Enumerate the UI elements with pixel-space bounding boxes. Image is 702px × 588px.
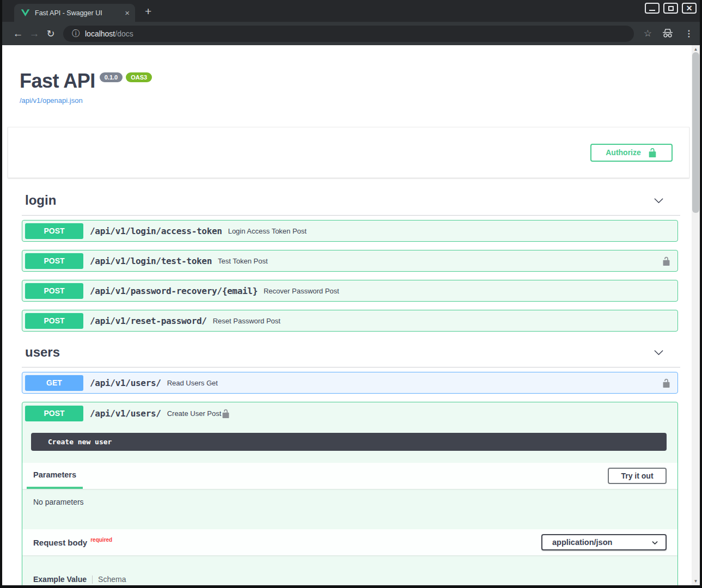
favicon-v-icon xyxy=(21,9,30,17)
method-badge: POST xyxy=(25,313,83,329)
browser-tab[interactable]: Fast API - Swagger UI × xyxy=(14,4,135,22)
operation-summary: Login Access Token Post xyxy=(228,227,307,235)
example-schema-tabs: Example Value Schema xyxy=(33,575,677,584)
chevron-down-icon xyxy=(651,539,658,546)
page-scrollbar[interactable]: ▲ ▼ xyxy=(692,45,700,585)
minimize-button[interactable] xyxy=(645,3,660,14)
browser-window: Fast API - Swagger UI × + ✕ ← → ↻ ⓘ loca… xyxy=(0,0,702,588)
try-it-out-button[interactable]: Try it out xyxy=(608,468,667,484)
forward-button[interactable]: → xyxy=(26,28,42,40)
operation-row[interactable]: POST /api/v1/login/access-token Login Ac… xyxy=(22,220,678,242)
operation-summary: Create User Post xyxy=(167,409,222,418)
section-title: users xyxy=(25,345,60,360)
authorize-label: Authorize xyxy=(606,148,641,157)
scrollbar-down-arrow[interactable]: ▼ xyxy=(692,579,700,584)
chevron-down-icon[interactable] xyxy=(654,195,664,206)
operation-path: /api/v1/users/ xyxy=(90,378,161,388)
operation-path: /api/v1/reset-password/ xyxy=(90,316,207,326)
media-type-select[interactable]: application/json xyxy=(541,534,667,550)
method-badge: POST xyxy=(25,253,83,269)
auth-lock-icon[interactable] xyxy=(662,256,671,266)
unlock-icon xyxy=(648,148,657,157)
auth-lock-icon[interactable] xyxy=(662,378,671,388)
section-header-users[interactable]: users xyxy=(22,345,680,367)
tab-example-value[interactable]: Example Value xyxy=(33,575,87,584)
version-badge: 0.1.0 xyxy=(100,72,123,82)
section-title: login xyxy=(25,193,56,208)
window-controls: ✕ xyxy=(645,3,697,14)
operation-row[interactable]: GET /api/v1/users/ Read Users Get xyxy=(22,372,678,394)
menu-dots-icon[interactable]: ⋮ xyxy=(685,28,693,39)
oas3-badge: OAS3 xyxy=(126,72,152,82)
required-flag: required xyxy=(90,537,112,543)
method-badge: POST xyxy=(25,283,83,299)
scheme-container: Authorize xyxy=(8,127,689,178)
operation-row[interactable]: POST /api/v1/login/test-token Test Token… xyxy=(22,250,678,272)
method-badge: GET xyxy=(25,375,83,391)
request-body-label: Request body xyxy=(33,538,87,547)
close-icon: ✕ xyxy=(686,4,693,12)
operation-row[interactable]: POST /api/v1/password-recovery/{email} R… xyxy=(22,280,678,302)
request-body-header: Request body required application/json xyxy=(22,529,677,555)
tab-divider xyxy=(92,575,93,584)
address-bar[interactable]: ⓘ localhost/docs xyxy=(63,26,634,42)
operation-expanded: POST /api/v1/users/ Create User Post Cre… xyxy=(22,402,678,585)
minimize-icon xyxy=(649,10,655,11)
tab-close-icon[interactable]: × xyxy=(125,9,130,17)
tab-title: Fast API - Swagger UI xyxy=(35,9,120,17)
browser-toolbar: ← → ↻ ⓘ localhost/docs ☆ ⋮ xyxy=(2,22,700,45)
openapi-spec-link[interactable]: /api/v1/openapi.json xyxy=(20,96,83,105)
page-title: Fast API xyxy=(20,71,95,91)
api-info: Fast API 0.1.0 OAS3 /api/v1/openapi.json xyxy=(2,45,692,105)
tab-schema[interactable]: Schema xyxy=(98,575,126,584)
method-badge: POST xyxy=(25,223,83,239)
maximize-icon xyxy=(668,6,674,11)
operation-summary-row[interactable]: POST /api/v1/users/ Create User Post xyxy=(22,402,677,424)
back-button[interactable]: ← xyxy=(10,28,26,40)
incognito-icon xyxy=(662,28,674,39)
operation-summary: Read Users Get xyxy=(167,379,218,387)
url-path: /docs xyxy=(115,29,133,38)
maximize-button[interactable] xyxy=(663,3,678,14)
operation-path: /api/v1/login/test-token xyxy=(90,256,212,266)
reload-button[interactable]: ↻ xyxy=(42,28,59,40)
bookmark-star-icon[interactable]: ☆ xyxy=(644,28,652,39)
operation-path: /api/v1/password-recovery/{email} xyxy=(90,286,258,296)
tab-strip: Fast API - Swagger UI × + ✕ xyxy=(2,0,700,22)
operation-path: /api/v1/users/ xyxy=(90,408,161,419)
operation-row[interactable]: POST /api/v1/reset-password/ Reset Passw… xyxy=(22,310,678,332)
operation-summary: Test Token Post xyxy=(218,257,268,265)
authorize-button[interactable]: Authorize xyxy=(590,144,673,162)
site-info-icon[interactable]: ⓘ xyxy=(72,29,80,39)
operation-path: /api/v1/login/access-token xyxy=(90,226,222,236)
scrollbar-thumb[interactable] xyxy=(692,52,699,213)
url-host: localhost xyxy=(85,29,115,38)
operation-summary: Recover Password Post xyxy=(264,287,339,295)
section-header-login[interactable]: login xyxy=(22,193,680,216)
close-button[interactable]: ✕ xyxy=(682,3,697,14)
auth-lock-icon[interactable] xyxy=(221,409,230,418)
method-badge: POST xyxy=(25,406,83,421)
chevron-down-icon[interactable] xyxy=(654,347,664,358)
page-viewport: Fast API 0.1.0 OAS3 /api/v1/openapi.json… xyxy=(2,45,700,585)
no-parameters-text: No parameters xyxy=(22,489,677,517)
tab-parameters[interactable]: Parameters xyxy=(27,463,83,489)
parameters-header: Parameters Try it out xyxy=(22,463,677,489)
new-tab-button[interactable]: + xyxy=(145,5,151,18)
media-type-value: application/json xyxy=(552,538,612,547)
operation-description: Create new user xyxy=(31,433,667,451)
operation-summary: Reset Password Post xyxy=(213,317,280,325)
scrollbar-up-arrow[interactable]: ▲ xyxy=(692,47,700,52)
